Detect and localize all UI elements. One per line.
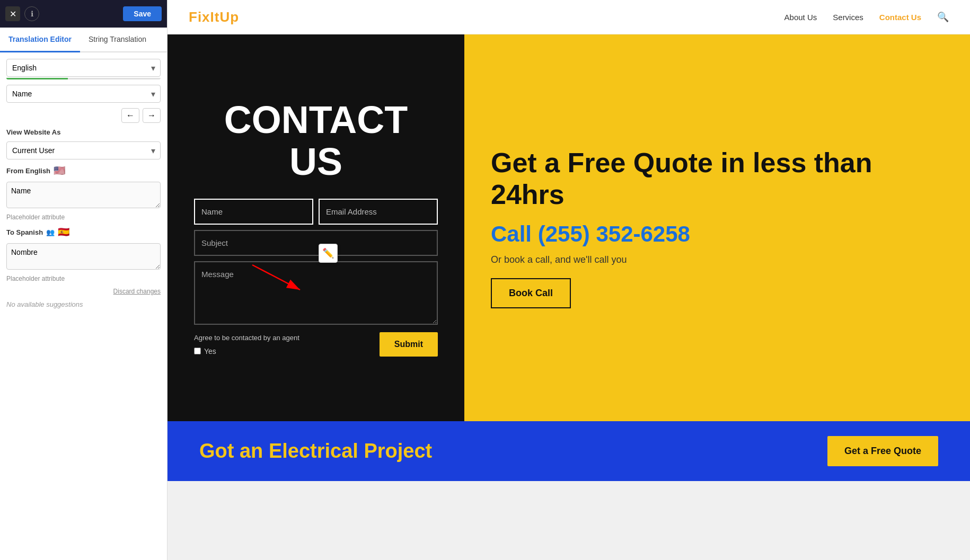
from-label-text: From English (6, 167, 50, 175)
quote-title: Get a Free Quote in less than 24hrs (491, 147, 943, 211)
language-select[interactable]: English Spanish French German (6, 59, 161, 77)
language-select-wrapper: English Spanish French German (6, 59, 161, 77)
hero-title-line1: Contact (224, 99, 408, 141)
name-input[interactable] (194, 199, 313, 225)
nav-contact-us[interactable]: Contact Us (879, 13, 921, 22)
agree-text-wrapper: Agree to be contacted by an agent Yes (194, 334, 299, 355)
field-select-wrapper: Name Email Address Subject Message (6, 85, 161, 103)
view-website-label: View Website As (6, 128, 161, 136)
es-flag-icon: 🇪🇸 (58, 226, 69, 238)
hero-title-line2: Us (289, 140, 342, 183)
to-section-label: To Spanish 👥 🇪🇸 (6, 226, 161, 238)
no-suggestions-text: No available suggestions (6, 300, 161, 308)
language-underline (6, 78, 161, 79)
top-nav: FixItUp About Us Services Contact Us 🔍 (167, 0, 970, 34)
yes-checkbox[interactable] (194, 348, 201, 354)
nav-row: ← → (6, 108, 161, 123)
nav-forward-button[interactable]: → (143, 108, 161, 123)
bottom-banner: Got an Electrical Project Get a Free Quo… (167, 421, 970, 481)
hero-right: Get a Free Quote in less than 24hrs Call… (464, 34, 970, 421)
to-attr-label: Placeholder attribute (6, 275, 161, 282)
save-button[interactable]: Save (123, 6, 162, 21)
close-button[interactable]: ✕ (5, 6, 20, 21)
phone-number: Call (255) 352-6258 (491, 221, 943, 247)
panel-tabs: Translation Editor String Translation (0, 28, 167, 52)
to-spanish-field[interactable]: Nombre (6, 243, 161, 270)
get-free-quote-button[interactable]: Get a Free Quote (827, 436, 938, 466)
hero-left: Contact Us Subject Agree to be contacted… (167, 34, 464, 421)
translation-panel: ✕ ℹ Save Translation Editor String Trans… (0, 0, 167, 560)
contact-form: Subject Agree to be contacted by an agen… (194, 199, 438, 357)
from-attr-label: Placeholder attribute (6, 214, 161, 221)
hero-section: Contact Us Subject Agree to be contacted… (167, 34, 970, 421)
view-as-select[interactable]: Current User Admin Guest (6, 141, 161, 159)
edit-badge[interactable]: ✏️ (319, 244, 338, 263)
users-icon: 👥 (46, 228, 55, 236)
submit-button[interactable]: Submit (380, 332, 438, 357)
form-bottom-row: Agree to be contacted by an agent Yes Su… (194, 332, 438, 357)
brand-logo: FixItUp (189, 9, 239, 25)
yes-row: Yes (194, 347, 299, 355)
or-book-text: Or book a call, and we'll call you (491, 254, 943, 265)
email-input[interactable] (319, 199, 438, 225)
field-select[interactable]: Name Email Address Subject Message (6, 85, 161, 103)
panel-header: ✕ ℹ Save (0, 0, 167, 28)
nav-back-button[interactable]: ← (121, 108, 139, 123)
subject-select[interactable]: Subject (194, 230, 438, 256)
tab-string-translation[interactable]: String Translation (80, 28, 155, 52)
hero-title: Contact Us (224, 99, 408, 183)
panel-body: English Spanish French German Name Email… (0, 52, 167, 560)
tab-translation-editor[interactable]: Translation Editor (0, 28, 80, 52)
nav-links: About Us Services Contact Us 🔍 (784, 11, 949, 23)
search-icon[interactable]: 🔍 (937, 11, 949, 23)
nav-services[interactable]: Services (833, 13, 863, 22)
main-area: FixItUp About Us Services Contact Us 🔍 C… (167, 0, 970, 560)
form-name-email-row (194, 199, 438, 225)
book-call-button[interactable]: Book Call (491, 278, 571, 308)
message-textarea[interactable] (194, 261, 438, 325)
from-english-field[interactable]: Name (6, 182, 161, 208)
banner-title: Got an Electrical Project (199, 440, 432, 463)
agree-text: Agree to be contacted by an agent (194, 334, 299, 343)
from-section-label: From English 🇺🇸 (6, 165, 161, 176)
edit-icon: ✏️ (322, 247, 334, 259)
discard-changes-link[interactable]: Discard changes (6, 288, 161, 295)
nav-about-us[interactable]: About Us (784, 13, 817, 22)
view-as-select-wrapper: Current User Admin Guest (6, 141, 161, 159)
yes-label: Yes (204, 347, 216, 355)
info-button[interactable]: ℹ (24, 6, 39, 21)
us-flag-icon: 🇺🇸 (54, 165, 65, 176)
to-label-text: To Spanish (6, 228, 43, 236)
